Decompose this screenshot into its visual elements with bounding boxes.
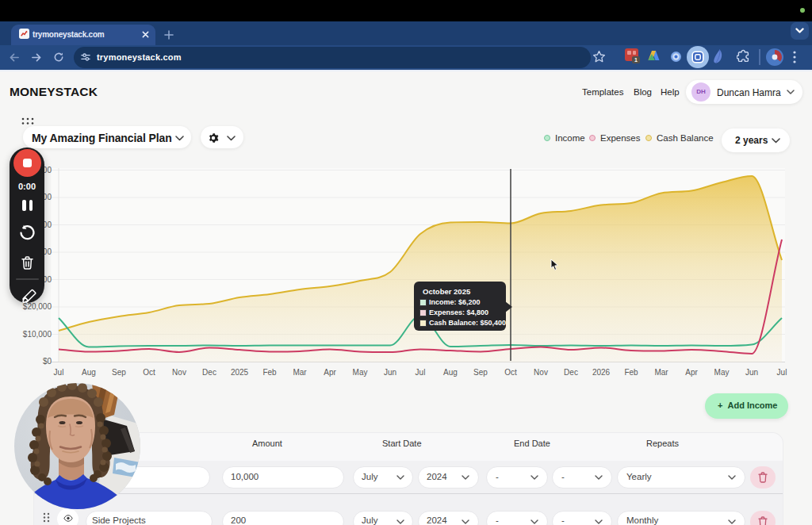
svg-text:Oct: Oct	[143, 368, 155, 377]
svg-text:Jul: Jul	[54, 368, 64, 377]
svg-text:Dec: Dec	[564, 368, 578, 377]
svg-text:Aug: Aug	[443, 368, 458, 377]
svg-text:Jul: Jul	[777, 368, 787, 377]
svg-text:Nov: Nov	[172, 368, 186, 377]
svg-text:Jun: Jun	[384, 368, 396, 377]
svg-text:Sep: Sep	[112, 368, 126, 377]
svg-text:Mar: Mar	[293, 368, 307, 377]
svg-text:2025: 2025	[231, 368, 249, 377]
svg-text:Sep: Sep	[473, 368, 488, 377]
svg-text:Jul: Jul	[416, 368, 426, 377]
svg-text:Apr: Apr	[685, 368, 698, 377]
svg-text:Feb: Feb	[624, 368, 638, 377]
svg-text:Dec: Dec	[202, 368, 216, 377]
svg-text:May: May	[714, 368, 730, 377]
svg-text:Apr: Apr	[324, 368, 336, 377]
svg-text:2026: 2026	[592, 368, 611, 377]
svg-text:Mar: Mar	[654, 368, 668, 377]
svg-text:$0: $0	[43, 357, 52, 366]
svg-text:Oct: Oct	[504, 368, 517, 377]
svg-text:Nov: Nov	[534, 368, 548, 377]
svg-text:Aug: Aug	[82, 368, 96, 377]
svg-text:Jun: Jun	[745, 368, 758, 377]
svg-text:May: May	[353, 368, 368, 377]
svg-text:Feb: Feb	[262, 368, 277, 377]
svg-text:$10,000: $10,000	[23, 330, 52, 339]
